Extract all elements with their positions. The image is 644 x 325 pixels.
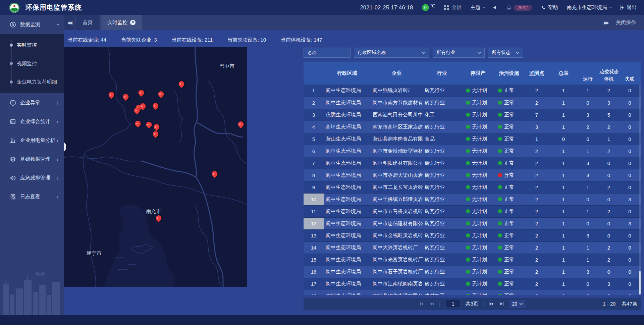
table-scrollbar[interactable] bbox=[639, 85, 641, 295]
sidebar-subitem-power-load-detail[interactable]: 企业电力负荷明细 bbox=[0, 73, 64, 91]
sidebar-item-label: 企业综合统计 bbox=[20, 118, 57, 125]
status-dot-icon bbox=[498, 113, 502, 117]
row-number-cell: 10 bbox=[304, 193, 324, 205]
sidebar-subitem-video-monitor[interactable]: 视频监控 bbox=[0, 54, 64, 73]
tabs-scroll-right-button[interactable]: ▶▶ bbox=[604, 20, 608, 25]
table-row[interactable]: 16 阆中生态环境局 阆中市石子页岩机砖厂 砖瓦行业 无计划 正常 2 1 3 … bbox=[304, 266, 641, 278]
page-number-input[interactable] bbox=[445, 300, 461, 308]
theme-dropdown[interactable]: 主题 ‹ bbox=[470, 4, 484, 11]
region-cell: 阆中生态环境局 bbox=[324, 97, 371, 109]
treatment-facility-cell: 正常 bbox=[495, 266, 523, 278]
table-row[interactable]: 10 阆中生态环境局 阆中千佛镇五郎垭页岩 砖瓦行业 无计划 正常 2 1 0 … bbox=[304, 193, 641, 205]
running-cell: 1 bbox=[577, 85, 599, 97]
sidebar-item-label: 企业异常 bbox=[20, 100, 57, 106]
logout-button[interactable]: 退出 bbox=[619, 4, 637, 11]
help-button[interactable]: 帮助 bbox=[541, 4, 558, 11]
total-meters-cell: 0 bbox=[550, 133, 577, 145]
first-page-button[interactable] bbox=[419, 301, 424, 307]
table-row[interactable]: 17 阆中生态环境局 阆中市江南镇阆南页岩 砖瓦行业 无计划 正常 2 1 0 … bbox=[304, 278, 641, 290]
app-title: 环保用电监管系统 bbox=[25, 3, 82, 12]
industry-cell: 建材加工 bbox=[423, 290, 461, 295]
phone-icon bbox=[541, 5, 546, 10]
last-page-button[interactable] bbox=[499, 301, 505, 307]
sound-toggle-button[interactable] bbox=[493, 5, 498, 10]
sidebar-item-label: 基础数据管理 bbox=[20, 156, 57, 162]
status-dot-icon bbox=[498, 89, 502, 93]
monitor-points-cell: 2 bbox=[523, 181, 550, 193]
sidebar-item-enterprise-abnormal[interactable]: 企业异常 ‹ bbox=[0, 93, 64, 112]
bullet-dot-icon bbox=[10, 80, 13, 84]
sidebar-item-base-data[interactable]: 基础数据管理 ‹ bbox=[0, 150, 64, 168]
treatment-facility-cell: 正常 bbox=[495, 145, 523, 157]
table-row[interactable]: 18 南部生态环境局 南部县砌华水泥有限公 建材加工 无计划 正常 6 0 0 … bbox=[304, 290, 641, 295]
table-row[interactable]: 3 仪陇生态环境局 西南油气田分公司川中 化工 无计划 正常 7 1 3 5 0 bbox=[304, 109, 641, 121]
sidebar-subitem-realtime-monitor[interactable]: 实时监控 bbox=[0, 36, 64, 54]
table-row[interactable]: 7 阆中生态环境局 阆中明阳建材有限公司 砖瓦行业 无计划 正常 2 1 3 0… bbox=[304, 157, 641, 169]
region-cell: 阆中生态环境局 bbox=[324, 181, 371, 193]
tab-home[interactable]: 首页 bbox=[76, 15, 99, 30]
sidebar-item-log-view[interactable]: 日志查看 ‹ bbox=[0, 187, 64, 206]
region-cell: 阆中生态环境局 bbox=[324, 157, 371, 169]
sidebar-item-enterprise-stats[interactable]: 企业综合统计 ‹ bbox=[0, 112, 64, 131]
tab-close-icon[interactable]: × bbox=[130, 20, 136, 25]
bullet-dot-icon bbox=[10, 44, 13, 47]
running-cell: 0 bbox=[577, 278, 599, 290]
row-number-cell: 12 bbox=[304, 217, 324, 229]
limit-production-cell: 无计划 bbox=[461, 205, 495, 217]
table-row[interactable]: 5 营山生态环境局 营山县润丰肉食品有限 食品 无计划 正常 1 0 0 1 0 bbox=[304, 133, 641, 145]
table-row[interactable]: 9 阆中生态环境局 阆中市二龙长宝页岩砖 砖瓦行业 无计划 正常 2 1 1 2… bbox=[304, 181, 641, 193]
table-row[interactable]: 1 阆中生态环境局 阆中强锐页岩砖厂 砖瓦行业 无计划 正常 2 1 1 2 0 bbox=[304, 85, 641, 97]
industry-cell: 砖瓦行业 bbox=[423, 169, 461, 181]
close-operations-dropdown[interactable]: 关闭操作 bbox=[616, 19, 636, 26]
table-row[interactable]: 14 阆中生态环境局 阆中大兴页岩机砖厂 砖瓦行业 无计划 正常 2 1 1 2… bbox=[304, 241, 641, 254]
sidebar-item-power-analysis[interactable]: 企业用电量分析 ‹ bbox=[0, 131, 64, 150]
status-dot-icon bbox=[466, 101, 470, 105]
fullscreen-button[interactable]: 全屏 bbox=[444, 4, 462, 11]
table-row[interactable]: 4 高坪生态环境局 南充市高坪区王家店建 砖瓦行业 无计划 正常 3 1 2 2… bbox=[304, 121, 641, 133]
sidebar-item-emergency-reduce[interactable]: 应急减排管理 ‹ bbox=[0, 168, 64, 187]
company-cell: 阆中市金福旺页岩机砖 bbox=[371, 229, 423, 241]
region-filter-select[interactable]: 行政区域名称 bbox=[354, 48, 429, 58]
status-dot-icon bbox=[498, 282, 502, 286]
status-dot-icon bbox=[466, 246, 470, 250]
table-row[interactable]: 8 阆中生态环境局 阆中市枣碧大梁山页岩 砖瓦行业 无计划 异常 2 1 3 0… bbox=[304, 169, 641, 181]
lost-cell: 0 bbox=[619, 169, 641, 181]
tabs-scroll-left-button[interactable]: ◀◀ bbox=[64, 15, 74, 30]
industry-filter-select[interactable]: 所有行业 bbox=[433, 48, 485, 58]
map-panel[interactable]: 巴中市南充市遂宁市 bbox=[64, 47, 247, 287]
notification-widget[interactable]: 2632 bbox=[506, 5, 532, 11]
row-number-cell: 18 bbox=[304, 290, 324, 295]
name-search-input[interactable] bbox=[304, 48, 351, 58]
monitor-points-cell: 2 bbox=[523, 254, 550, 266]
status-dot-icon bbox=[466, 185, 470, 189]
page-size-select[interactable]: 20 bbox=[509, 300, 526, 308]
chevron-left-icon: ‹ bbox=[57, 118, 58, 125]
status-filter-select[interactable]: 所有状态 bbox=[488, 48, 523, 58]
status-dot-icon bbox=[466, 294, 470, 295]
next-page-button[interactable] bbox=[489, 301, 495, 307]
table-row[interactable]: 2 阆中生态环境局 阆中市南方节能建材有 砖瓦行业 无计划 正常 2 1 0 3… bbox=[304, 97, 641, 109]
table-row[interactable]: 12 阆中生态环境局 阆中市忠信建材有限公 砖瓦行业 无计划 正常 2 1 0 … bbox=[304, 217, 641, 229]
datetime: 2021-02-25 17:46:18 bbox=[360, 5, 413, 11]
pagination-info: 1 - 20 共47条 bbox=[603, 301, 637, 307]
stopped-cell: 2 bbox=[599, 205, 619, 217]
monitor-points-cell: 2 bbox=[523, 229, 550, 241]
sidebar-subitem-label: 实时监控 bbox=[17, 42, 37, 48]
temperature-badge: 0 bbox=[422, 4, 429, 11]
total-records-label: 共47条 bbox=[622, 301, 637, 307]
lost-cell: 0 bbox=[619, 97, 641, 109]
company-cell: 南部县砌华水泥有限公 bbox=[371, 290, 423, 295]
megaphone-icon bbox=[9, 174, 16, 181]
company-cell: 阆中千佛镇五郎垭页岩 bbox=[371, 193, 423, 205]
industry-cell: 食品 bbox=[423, 133, 461, 145]
table-row[interactable]: 13 阆中生态环境局 阆中市金福旺页岩机砖 砖瓦行业 无计划 正常 2 1 3 … bbox=[304, 229, 641, 241]
org-dropdown[interactable]: 南充市生态环境局 ‹ bbox=[567, 4, 610, 11]
table-row[interactable]: 11 阆中生态环境局 阆中市五马桥页岩机砖 砖瓦行业 无计划 正常 2 1 1 … bbox=[304, 205, 641, 217]
table-row[interactable]: 6 阆中生态环境局 阆中市金博瑞新型墙材 砖瓦行业 无计划 正常 2 1 1 2… bbox=[304, 145, 641, 157]
table-row[interactable]: 15 阆中生态环境局 阆中市光富页岩机砖厂 砖瓦行业 无计划 正常 2 1 1 … bbox=[304, 254, 641, 266]
total-meters-cell: 1 bbox=[550, 229, 577, 241]
filter-bar: 行政区域名称 所有行业 所有状态 bbox=[304, 48, 641, 58]
tab-realtime[interactable]: 实时监控 × bbox=[101, 15, 142, 30]
prev-page-button[interactable] bbox=[429, 301, 434, 307]
sidebar-item-data-monitor[interactable]: 数据监测 ‹ bbox=[0, 15, 64, 34]
